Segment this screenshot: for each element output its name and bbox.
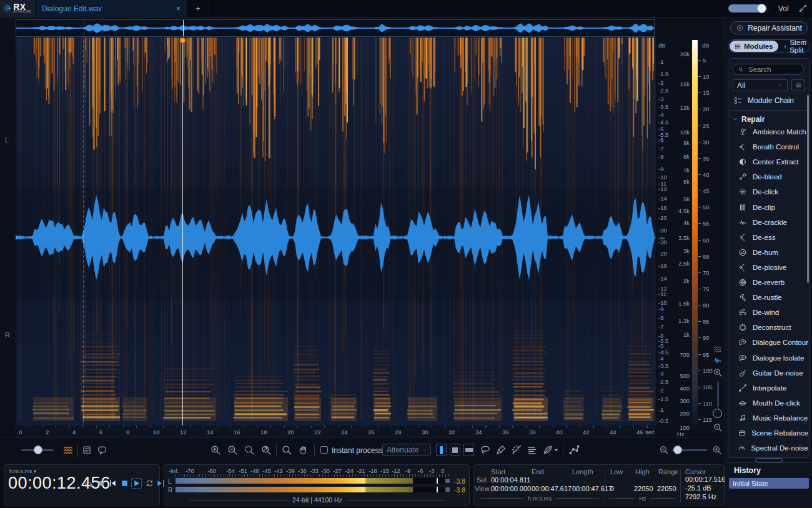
module-item-dialogue-isolate[interactable]: Dialogue Isolate xyxy=(738,351,808,365)
module-item-de-wind[interactable]: De-wind xyxy=(738,306,808,319)
zoom-out-icon[interactable] xyxy=(227,444,238,456)
frequency-selection-tool[interactable] xyxy=(463,444,474,456)
feather-dropdown-icon[interactable] xyxy=(553,447,559,453)
range-value[interactable]: 22050 xyxy=(657,485,676,492)
loop-button[interactable] xyxy=(145,479,154,488)
file-tab[interactable]: Dialogue Edit.wav × xyxy=(36,0,187,17)
module-item-guitar-de-noise[interactable]: Guitar De-noise xyxy=(738,366,808,380)
freq-ruler-label: 6k xyxy=(672,179,690,184)
curve-nodes-icon[interactable] xyxy=(568,444,580,456)
vertical-zoom-out-icon[interactable] xyxy=(713,422,723,432)
play-button[interactable] xyxy=(131,478,142,489)
module-item-de-bleed[interactable]: De-bleed xyxy=(738,170,808,184)
monitor-headphones-icon[interactable] xyxy=(84,479,93,488)
record-button[interactable] xyxy=(96,479,106,488)
overview-playhead[interactable] xyxy=(183,20,184,36)
freq-ruler-label: 1.2k xyxy=(672,318,690,324)
waveform-display-icon[interactable] xyxy=(713,356,723,365)
colorbar-tick xyxy=(698,419,701,420)
new-tab-button[interactable]: + xyxy=(187,0,209,17)
repair-section-header[interactable]: Repair xyxy=(732,112,802,126)
module-item-label: De-bleed xyxy=(753,173,782,181)
module-item-scene-rebalance[interactable]: Scene Rebalance xyxy=(738,426,808,440)
module-item-spectral-de-noise[interactable]: Spectral De-noise xyxy=(738,441,808,455)
overview-waveform[interactable] xyxy=(16,19,655,37)
module-item-de-plosive[interactable]: De-plosive xyxy=(738,261,808,274)
time-ruler[interactable]: 0246810121416182022242628303234363840424… xyxy=(16,426,659,437)
comment-icon[interactable] xyxy=(97,445,107,456)
module-item-de-reverb[interactable]: De-reverb xyxy=(738,276,808,289)
module-item-dialogue-contour[interactable]: Dialogue Contour xyxy=(738,336,808,349)
time-selection-tool[interactable] xyxy=(436,444,447,456)
time-ruler-unit: sec xyxy=(645,429,655,435)
playhead-handle[interactable] xyxy=(180,37,186,43)
colorbar-label: 35 xyxy=(703,156,710,161)
module-search-box[interactable] xyxy=(733,64,804,75)
brush-tool-icon[interactable] xyxy=(495,444,507,456)
signal-chain-icon[interactable] xyxy=(798,4,808,13)
history-item-initial-state[interactable]: Initial State xyxy=(729,478,809,489)
module-item-center-extract[interactable]: Center Extract xyxy=(738,155,808,169)
module-item-de-rustle[interactable]: De-rustle xyxy=(738,291,808,304)
stop-button[interactable] xyxy=(120,479,129,488)
colorbar-tick xyxy=(698,387,701,387)
module-list-scrollbar[interactable] xyxy=(807,95,809,282)
zoom-reset-icon[interactable] xyxy=(260,444,272,456)
view-start-value[interactable]: 00:00:00.000 xyxy=(491,485,531,492)
tab-modules[interactable]: Modules xyxy=(730,41,778,52)
module-item-interpolate[interactable]: Interpolate xyxy=(738,381,808,395)
vertical-zoom-slider[interactable] xyxy=(717,381,719,407)
volume-slider[interactable] xyxy=(728,4,770,12)
module-item-ambience-match[interactable]: Ambience Match xyxy=(738,125,808,139)
magnifier-tool-icon[interactable] xyxy=(281,444,292,456)
volume-slider-knob[interactable] xyxy=(757,4,766,13)
spectrogram-tab-icon[interactable] xyxy=(62,445,74,456)
colorbar-tick xyxy=(698,126,701,126)
time-frequency-selection-tool[interactable] xyxy=(450,444,460,456)
clipboard-icon[interactable] xyxy=(82,445,92,456)
module-filter-select[interactable]: All xyxy=(733,79,788,91)
amp-ruler-label: -1 xyxy=(658,407,663,412)
horizontal-zoom-knob[interactable] xyxy=(673,446,682,454)
high-value[interactable]: 22050 xyxy=(634,485,653,492)
module-item-deconstruct[interactable]: Deconstruct xyxy=(738,321,808,334)
module-item-de-crackle[interactable]: De-crackle xyxy=(738,216,808,229)
module-item-music-rebalance[interactable]: Music Rebalance xyxy=(738,411,808,425)
module-view-options-button[interactable] xyxy=(791,79,805,91)
instant-process-checkbox[interactable] xyxy=(320,446,328,454)
hand-tool-icon[interactable] xyxy=(298,444,309,456)
lasso-tool-icon[interactable] xyxy=(480,444,491,456)
blend-slider-knob[interactable] xyxy=(34,446,42,454)
zoom-in-icon[interactable] xyxy=(210,444,221,456)
tab-stem-split[interactable]: Stem Split xyxy=(778,41,812,52)
search-input[interactable] xyxy=(747,65,793,74)
horizontal-zoom-out-icon[interactable] xyxy=(659,445,669,455)
harmonics-tool-icon[interactable] xyxy=(527,444,538,456)
magic-wand-tool-icon[interactable] xyxy=(511,444,522,456)
skip-to-start-button[interactable] xyxy=(108,479,117,488)
spectrogram-view[interactable] xyxy=(16,37,656,426)
view-end-value[interactable]: 00:00:47.617 xyxy=(532,485,572,492)
module-item-de-hum[interactable]: De-hum xyxy=(738,246,808,259)
view-length-value[interactable]: 00:00:47.617 xyxy=(572,485,612,492)
module-item-de-click[interactable]: De-click xyxy=(738,185,808,199)
panel-resize-handle[interactable] xyxy=(755,458,783,462)
feather-tool-icon[interactable] xyxy=(542,444,553,456)
colorbar-tick xyxy=(698,92,701,93)
module-chain-item[interactable]: Module Chain xyxy=(733,94,803,107)
process-mode-select[interactable]: Attenuate xyxy=(382,444,431,456)
repair-assistant-button[interactable]: Repair Assistant xyxy=(730,21,808,34)
horizontal-zoom-in-icon[interactable] xyxy=(712,445,722,455)
module-item-de-clip[interactable]: De-clip xyxy=(738,201,808,214)
vertical-zoom-in-icon[interactable] xyxy=(713,367,723,377)
sel-start-value[interactable]: 00:00:04.811 xyxy=(491,476,530,484)
low-value[interactable]: 0 xyxy=(610,485,614,492)
tab-close-icon[interactable]: × xyxy=(176,4,181,13)
module-item-de-ess[interactable]: De-ess xyxy=(738,231,808,244)
spectrogram-display-icon[interactable] xyxy=(713,345,723,354)
module-item-breath-control[interactable]: Breath Control xyxy=(738,140,808,154)
playhead-line[interactable] xyxy=(182,37,183,426)
module-item-mouth-de-click[interactable]: Mouth De-click xyxy=(738,396,808,410)
vertical-zoom-knob[interactable] xyxy=(713,409,722,418)
zoom-selection-icon[interactable] xyxy=(244,444,255,456)
